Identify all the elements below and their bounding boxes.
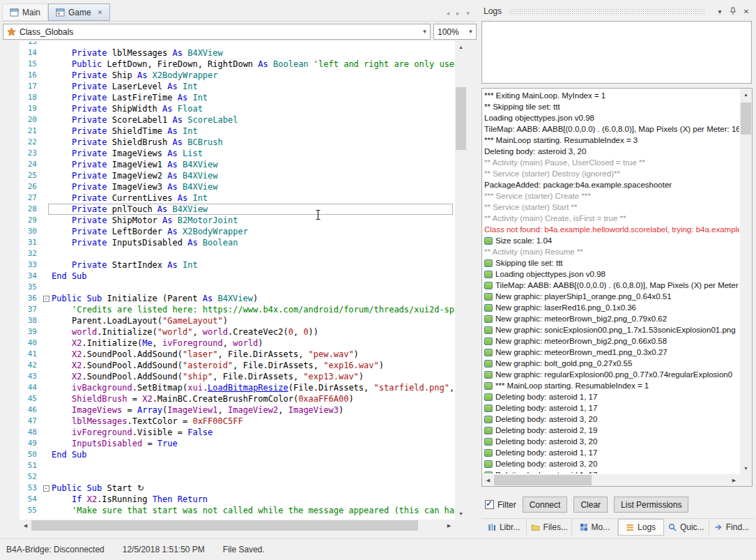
code-line[interactable]: 35 — [20, 282, 455, 293]
scroll-down-icon[interactable]: ▼ — [455, 508, 467, 520]
log-line[interactable]: Deleting body: asteroid 1, 17 — [484, 469, 739, 474]
pin-icon[interactable] — [727, 6, 739, 17]
log-line[interactable]: Deleting body: asteroid 3, 20 — [484, 436, 739, 447]
editor-vertical-scrollbar[interactable]: ▲ ▼ — [455, 41, 467, 520]
connect-button[interactable]: Connect — [523, 497, 568, 513]
code-line[interactable]: 33Private StartIndex As Int — [20, 259, 455, 271]
code-line[interactable]: 51 — [20, 460, 455, 471]
code-line[interactable]: 20Private ScoreLabel1 As ScoreLabel — [20, 114, 455, 126]
scroll-up-icon[interactable]: ▲ — [740, 89, 752, 100]
log-line[interactable]: Deleting body: asteroid 1, 17 — [484, 402, 739, 414]
code-line[interactable]: 26Private ImageView3 As B4XView — [20, 181, 455, 192]
scrollbar-thumb[interactable] — [741, 103, 751, 135]
log-line[interactable]: *** Service (starter) Create *** — [484, 190, 739, 202]
code-line[interactable]: 46ImageViews = Array(ImageView1, ImageVi… — [20, 404, 455, 416]
code-line[interactable]: 42X2.SoundPool.AddSound("asteroid", File… — [20, 360, 455, 371]
log-line[interactable]: New graphic: regularExplosion00.png_0.77… — [484, 369, 739, 380]
filter-checkbox[interactable]: ✓ Filter — [485, 500, 516, 510]
log-line[interactable]: ** Service (starter) Destroy (ignored)** — [484, 168, 739, 179]
log-horizontal-scrollbar[interactable]: ◀ ▶ — [482, 474, 740, 486]
log-line[interactable]: New graphic: meteorBrown_big2.png_0.79x0… — [484, 313, 739, 324]
log-line[interactable]: Deleting body: asteroid 3, 20 — [484, 458, 739, 469]
code-line[interactable]: 14Private lblMessages As B4XView — [20, 47, 455, 59]
log-line[interactable]: ** Skipping tile set: ttt — [484, 101, 739, 112]
code-line[interactable]: 25Private ImageView2 As B4XView — [20, 170, 455, 181]
log-detail-box[interactable] — [481, 21, 752, 84]
clear-button[interactable]: Clear — [573, 497, 608, 513]
log-line[interactable]: Deleting body: asteroid 3, 20 — [484, 146, 739, 157]
code-line[interactable]: 43X2.SoundPool.AddSound("ship", File.Dir… — [20, 371, 455, 382]
code-line[interactable]: 16Private Ship As X2BodyWrapper — [20, 70, 455, 81]
code-line[interactable]: 13 — [20, 41, 455, 47]
code-line[interactable]: 24Private ImageView1 As B4XView — [20, 159, 455, 170]
code-line[interactable]: 31Private InputsDisabled As Boolean — [20, 237, 455, 248]
panel-menu-chevron-icon[interactable]: ▾ — [714, 6, 725, 17]
tab-scroll-right-icon[interactable]: ▸ — [456, 10, 460, 17]
chevron-down-icon[interactable]: ▼ — [465, 29, 476, 35]
scrollbar-thumb[interactable] — [31, 520, 418, 531]
code-line[interactable]: 40X2.Initialize(Me, ivForeground, world) — [20, 338, 455, 349]
code-line[interactable]: 36-Public Sub Initialize (Parent As B4XV… — [20, 293, 455, 304]
code-line[interactable]: 32 — [20, 248, 455, 259]
scroll-right-icon[interactable]: ▶ — [443, 520, 455, 531]
code-line[interactable]: 41X2.SoundPool.AddSound("laser", File.Di… — [20, 349, 455, 360]
code-line[interactable]: 17Private LaserLevel As Int — [20, 81, 455, 92]
scroll-left-icon[interactable]: ◀ — [20, 520, 31, 531]
tab-find[interactable]: Find... — [709, 519, 754, 536]
scroll-up-icon[interactable]: ▲ — [455, 41, 467, 53]
logs-panel-header[interactable]: Logs ▾ ✕ — [484, 6, 752, 17]
log-line[interactable]: New graphic: meteorBrown_med1.png_0.3x0.… — [484, 347, 739, 358]
chevron-down-icon[interactable]: ▼ — [419, 29, 430, 35]
close-panel-icon[interactable]: ✕ — [741, 6, 752, 17]
code-line[interactable]: 45ShieldBrush = X2.MainBC.CreateBrushFro… — [20, 393, 455, 404]
scroll-left-icon[interactable]: ◀ — [482, 474, 494, 486]
log-viewport[interactable]: *** Exiting MainLoop. MyIndex = 1** Skip… — [484, 90, 739, 474]
fold-collapse-icon[interactable]: - — [40, 293, 52, 304]
log-line[interactable]: New graphic: sonicExplosion00.png_1.7x1.… — [484, 324, 739, 335]
code-line[interactable]: 28Private pnlTouch As B4XView — [20, 204, 455, 215]
log-line[interactable]: New graphic: meteorBrown_big2.png_0.66x0… — [484, 335, 739, 347]
log-line[interactable]: *** MainLoop starting. ResumableIndex = … — [484, 135, 739, 146]
fold-collapse-icon[interactable]: - — [40, 483, 52, 494]
log-line[interactable]: Size scale: 1.04 — [484, 235, 739, 246]
tab-quick-search[interactable]: Quic... — [664, 519, 709, 536]
log-line[interactable]: *** MainLoop starting. ResumableIndex = … — [484, 380, 739, 391]
code-line[interactable]: 55'Make sure that start was not called w… — [20, 505, 455, 516]
code-line[interactable]: 15Public LeftDown, FireDown, RightDown A… — [20, 59, 455, 70]
tab-scroll-left-icon[interactable]: ◂ — [446, 10, 449, 17]
zoom-combobox[interactable]: 100% ▼ — [433, 24, 477, 40]
code-line[interactable]: 50End Sub — [20, 449, 455, 460]
log-line[interactable]: Skipping tile set: ttt — [484, 257, 739, 268]
log-line[interactable]: TileMap: AABB: AABB[(0.0,0.0) . (6.0,8.0… — [484, 123, 739, 135]
code-line[interactable]: 22Private ShieldBrush As BCBrush — [20, 137, 455, 148]
log-line[interactable]: Deleting body: asteroid 1, 17 — [484, 447, 739, 458]
code-line[interactable]: 53-Public Sub Start ↻ — [20, 483, 455, 494]
scroll-down-icon[interactable]: ▼ — [740, 462, 752, 474]
log-line[interactable]: New graphic: laserRed16.png_0.1x0.36 — [484, 302, 739, 313]
log-line[interactable]: *** Exiting MainLoop. MyIndex = 1 — [484, 90, 739, 101]
code-line[interactable]: 39world.Initialize("world", world.Create… — [20, 326, 455, 338]
code-line[interactable]: 21Private ShieldTime As Int — [20, 126, 455, 137]
code-line[interactable]: 37'Credits are listed here: https://www.… — [20, 304, 455, 315]
scroll-right-icon[interactable]: ▶ — [728, 474, 740, 486]
editor-horizontal-scrollbar[interactable]: ◀ ▶ — [20, 520, 455, 531]
code-line[interactable]: 48ivForeground.Visible = False — [20, 427, 455, 438]
code-line[interactable]: 49InputsDisabled = True — [20, 438, 455, 449]
log-line[interactable]: Deleting body: asteroid 1, 17 — [484, 391, 739, 402]
scrollbar-thumb[interactable] — [494, 475, 592, 485]
close-tab-icon[interactable]: ✕ — [98, 9, 103, 16]
log-line[interactable]: ** Activity (main) Create, isFirst = tru… — [484, 213, 739, 224]
code-line[interactable]: 38Parent.LoadLayout("GameLayout") — [20, 315, 455, 326]
log-line[interactable]: ** Service (starter) Start ** — [484, 202, 739, 213]
log-line[interactable]: Deleting body: asteroid 2, 19 — [484, 425, 739, 436]
code-line[interactable]: 47lblMessages.TextColor = 0xFF00C5FF — [20, 416, 455, 427]
code-line[interactable]: 29Private ShipMotor As B2MotorJoint — [20, 215, 455, 226]
code-line[interactable]: 52 — [20, 471, 455, 483]
tab-main[interactable]: Main — [2, 3, 48, 21]
code-line[interactable]: 27Private CurrentLives As Int — [20, 192, 455, 204]
log-line[interactable]: New graphic: bolt_gold.png_0.27x0.55 — [484, 358, 739, 369]
code-line[interactable]: 44ivBackground.SetBitmap(xui.LoadBitmapR… — [20, 382, 455, 393]
code-line[interactable]: 34End Sub — [20, 271, 455, 282]
log-line[interactable]: PackageAdded: package:b4a.example.spaces… — [484, 179, 739, 190]
log-line[interactable]: Deleting body: asteroid 3, 20 — [484, 414, 739, 425]
